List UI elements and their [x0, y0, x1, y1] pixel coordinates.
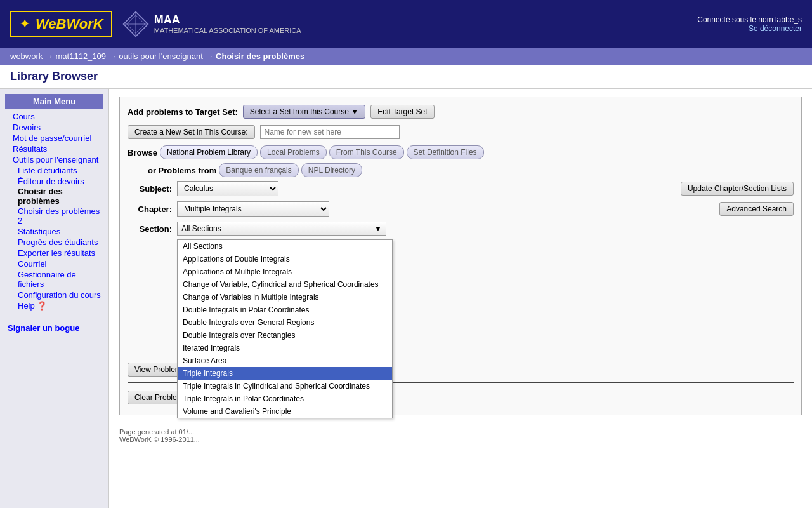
section-dropdown-container: All Sections ▼ All Sections Applications…: [177, 222, 386, 236]
advanced-search-button[interactable]: Advanced Search: [719, 202, 794, 216]
or-text: or Problems from: [128, 166, 216, 175]
main-content: Add problems to Target Set: Select a Set…: [109, 89, 812, 508]
dd-item-doublerect[interactable]: Double Integrals over Rectangles: [178, 329, 392, 342]
sidebar-item-motdepasse[interactable]: Mot de passe/courriel: [5, 133, 103, 144]
sidebar-item-progres[interactable]: Progrès des étudiants: [5, 237, 103, 248]
sidebar: Main Menu Cours Devoirs Mot de passe/cou…: [0, 89, 109, 508]
section-select-display[interactable]: All Sections ▼: [177, 222, 386, 236]
dd-item-triplepolar[interactable]: Triple Integrals in Polar Coordinates: [178, 392, 392, 405]
browse-label: Browse: [128, 148, 157, 157]
subject-row: Subject: Calculus Update Chapter/Section…: [128, 181, 794, 196]
browse-banque-button[interactable]: Banque en français: [219, 163, 298, 177]
browse-local-button[interactable]: Local Problems: [260, 145, 327, 159]
subject-label: Subject:: [128, 184, 172, 194]
signaler-link[interactable]: Signaler un bogue: [5, 321, 103, 335]
dd-item-appdouble[interactable]: Applications of Double Integrals: [178, 253, 392, 265]
section-dropdown-arrow: ▼: [374, 224, 382, 233]
breadcrumb: webwork → mat1112_109 → outils pour l'en…: [0, 48, 812, 65]
select-set-button[interactable]: Select a Set from this Course ▼: [243, 105, 365, 119]
maa-name: MAA: [154, 13, 301, 27]
target-set-label: Add problems to Target Set:: [128, 107, 238, 117]
library-panel: Add problems to Target Set: Select a Set…: [119, 97, 802, 415]
update-chapter-button[interactable]: Update Chapter/Section Lists: [681, 182, 794, 196]
edit-target-button[interactable]: Edit Target Set: [370, 105, 435, 119]
browse-npl-button[interactable]: National Problem Library: [160, 145, 258, 159]
dd-item-iterated[interactable]: Iterated Integrals: [178, 342, 392, 354]
dd-item-changevarmult[interactable]: Change of Variables in Multiple Integral…: [178, 291, 392, 304]
sidebar-item-devoirs[interactable]: Devoirs: [5, 122, 103, 133]
main-menu-label: Main Menu: [5, 94, 103, 109]
sidebar-item-choisir2[interactable]: Choisir des problèmes 2: [5, 206, 103, 226]
dd-item-allsections[interactable]: All Sections: [178, 240, 392, 253]
browse-setdef-button[interactable]: Set Definition Files: [407, 145, 484, 159]
or-problems-row: or Problems from Banque en français NPL …: [128, 163, 794, 177]
section-label: Section:: [128, 224, 172, 234]
sidebar-item-fichiers[interactable]: Gestionnaire de fichiers: [5, 269, 103, 290]
chapter-row: Chapter: Multiple Integrals Advanced Sea…: [128, 201, 794, 217]
chapter-label: Chapter:: [128, 204, 172, 214]
copyright: WeBWorK © 1996-2011...: [119, 436, 200, 443]
dd-item-appmultiple[interactable]: Applications of Multiple Integrals: [178, 265, 392, 278]
breadcrumb-text: webwork → mat1112_109 → outils pour l'en…: [10, 51, 304, 61]
sidebar-item-resultats[interactable]: Résultats: [5, 144, 103, 154]
footer: Page generated at 01/... WeBWorK © 1996-…: [119, 423, 802, 448]
sidebar-item-stats[interactable]: Statistiques: [5, 226, 103, 237]
browse-course-button[interactable]: From This Course: [329, 145, 404, 159]
subject-select[interactable]: Calculus: [177, 181, 278, 196]
header: ✦ WeBWorK MAA MATHEMATICAL ASSOCIATION O…: [0, 0, 812, 48]
chapter-select[interactable]: Multiple Integrals: [177, 201, 329, 217]
star-icon: ✦: [19, 16, 30, 32]
section-row: Section: All Sections ▼ All Sections App…: [128, 222, 794, 236]
sidebar-item-choisir: Choisir des problèmes: [5, 187, 103, 206]
page-title-bar: Library Browser: [0, 65, 812, 89]
dd-item-volume[interactable]: Volume and Cavalieri's Principle: [178, 405, 392, 418]
page-title: Library Browser: [10, 70, 98, 83]
dd-item-doublegeneral[interactable]: Double Integrals over General Regions: [178, 316, 392, 329]
sidebar-item-editeur[interactable]: Éditeur de devoirs: [5, 176, 103, 187]
new-set-input[interactable]: [260, 125, 400, 139]
dd-item-triple[interactable]: Triple Integrals: [178, 367, 392, 380]
target-set-row: Add problems to Target Set: Select a Set…: [128, 105, 794, 119]
maa-logo: MAA MATHEMATICAL ASSOCIATION OF AMERICA: [122, 11, 301, 37]
page-generated: Page generated at 01/...: [119, 428, 194, 436]
sidebar-item-liste[interactable]: Liste d'étudiants: [5, 165, 103, 176]
new-set-row: Create a New Set in This Course:: [128, 125, 794, 139]
dd-item-triplecylind[interactable]: Triple Integrals in Cylindrical and Sphe…: [178, 380, 392, 392]
dd-item-doublepolar[interactable]: Double Integrals in Polar Coordinates: [178, 304, 392, 316]
main-layout: Main Menu Cours Devoirs Mot de passe/cou…: [0, 89, 812, 508]
webwork-title: WeBWorK: [36, 16, 103, 32]
sidebar-item-outils[interactable]: Outils pour l'enseignant: [5, 154, 103, 165]
browse-row: Browse National Problem Library Local Pr…: [128, 145, 794, 159]
webwork-logo: ✦ WeBWorK: [10, 11, 112, 37]
sidebar-item-exporter[interactable]: Exporter les résultats: [5, 248, 103, 258]
dd-item-changevar[interactable]: Change of Variable, Cylindrical and Sphe…: [178, 278, 392, 291]
sidebar-item-courriel[interactable]: Courriel: [5, 258, 103, 269]
maa-diamond-icon: [122, 11, 149, 37]
browse-npl-dir-button[interactable]: NPL Directory: [301, 163, 362, 177]
sidebar-item-config[interactable]: Configuration du cours: [5, 290, 103, 300]
sidebar-item-cours[interactable]: Cours: [5, 111, 103, 122]
maa-full-name: MATHEMATICAL ASSOCIATION OF AMERICA: [154, 27, 301, 34]
user-info-area: Connecté sous le nom labbe_s Se déconnec…: [697, 15, 802, 33]
dd-item-surfacearea[interactable]: Surface Area: [178, 354, 392, 367]
logout-link[interactable]: Se déconnecter: [749, 24, 802, 33]
create-new-set-button[interactable]: Create a New Set in This Course:: [128, 125, 255, 139]
user-info-text: Connecté sous le nom labbe_s: [697, 15, 802, 24]
section-dropdown[interactable]: All Sections Applications of Double Inte…: [177, 239, 393, 418]
sidebar-item-help[interactable]: Help ❓: [5, 300, 103, 311]
